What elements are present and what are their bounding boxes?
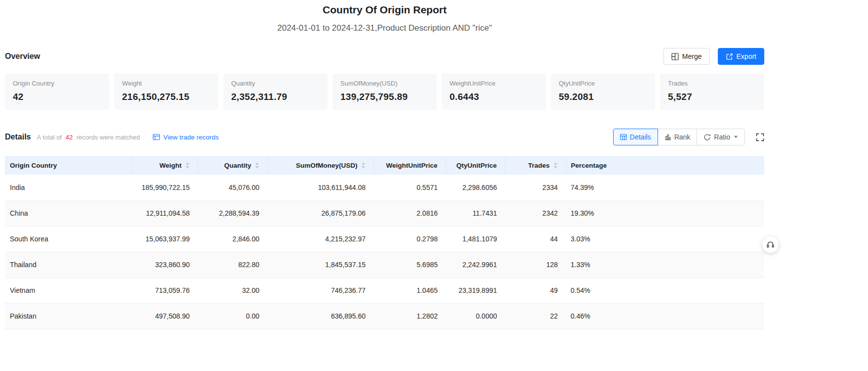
sort-icon[interactable] (553, 162, 558, 169)
table-header-row: Origin CountryWeightQuantitySumOfMoney(U… (5, 156, 764, 175)
ratio-view-icon (703, 134, 711, 141)
details-table: Origin CountryWeightQuantitySumOfMoney(U… (5, 156, 764, 329)
value-cell: 822.80 (198, 252, 267, 278)
value-cell: 2342 (505, 200, 566, 226)
value-cell: 2,846.00 (198, 226, 267, 252)
card-label: SumOfMoney(USD) (340, 80, 429, 87)
value-cell: 45,076.00 (198, 175, 267, 200)
view-toggle-rank[interactable]: Rank (658, 129, 698, 145)
fullscreen-button[interactable] (756, 133, 764, 141)
value-cell: 1.33% (566, 252, 764, 278)
value-cell: 74.39% (566, 175, 764, 200)
value-cell: 713,059.76 (132, 278, 198, 303)
card-value: 2,352,311.79 (231, 92, 320, 102)
value-cell: 185,990,722.15 (132, 175, 198, 200)
matched-prefix: A total of (37, 134, 62, 141)
value-cell: 19.30% (566, 200, 764, 226)
card-label: WeightUnitPrice (450, 80, 538, 87)
column-header-label: Weight (160, 162, 182, 169)
view-trade-records-label: View trade records (163, 134, 218, 141)
matched-suffix: records were matched (77, 134, 140, 141)
column-header[interactable]: Weight (132, 156, 198, 175)
view-toggle-details-label: Details (630, 133, 651, 141)
view-toggle-rank-label: Rank (674, 133, 691, 141)
value-cell: 746,236.77 (267, 278, 373, 303)
value-cell: 2334 (505, 175, 566, 200)
table-row[interactable]: Pakistan497,508.900.00636,895.601.28020.… (5, 303, 764, 329)
details-section-title: Details (5, 133, 31, 141)
sort-icon[interactable] (185, 162, 190, 169)
overview-actions: Merge Export (663, 48, 764, 65)
overview-bar: Overview Merge Export (5, 48, 764, 65)
country-cell: China (5, 200, 132, 226)
value-cell: 22 (505, 303, 566, 329)
column-header-label: QtyUnitPrice (456, 162, 497, 169)
report-header: Country Of Origin Report 2024-01-01 to 2… (5, 0, 764, 33)
value-cell: 32.00 (198, 278, 267, 303)
value-cell: 4,215,232.97 (267, 226, 373, 252)
view-toggle-ratio[interactable]: Ratio (697, 129, 745, 145)
report-page: Country Of Origin Report 2024-01-01 to 2… (0, 0, 769, 329)
column-header: QtyUnitPrice (446, 156, 505, 175)
sort-icon[interactable] (255, 162, 259, 169)
sort-icon[interactable] (361, 162, 366, 169)
country-cell: India (5, 175, 132, 200)
value-cell: 5.6985 (373, 252, 446, 278)
value-cell: 1.0465 (373, 278, 446, 303)
value-cell: 103,611,944.08 (267, 175, 373, 200)
column-header[interactable]: Quantity (198, 156, 267, 175)
value-cell: 0.46% (566, 303, 764, 329)
merge-button-label: Merge (682, 52, 702, 60)
value-cell: 1,481.1079 (446, 226, 505, 252)
card-value: 5,527 (668, 92, 756, 102)
column-header[interactable]: SumOfMoney(USD) (267, 156, 373, 175)
overview-card: Trades 5,527 (660, 73, 764, 110)
column-header-label: Trades (528, 162, 550, 169)
column-header[interactable]: Trades (505, 156, 566, 175)
table-row[interactable]: South Korea15,063,937.992,846.004,215,23… (5, 226, 764, 252)
country-cell: Thailand (5, 252, 132, 278)
value-cell: 0.5571 (373, 175, 446, 200)
overview-card: WeightUnitPrice 0.6443 (442, 73, 546, 110)
report-subtitle: 2024-01-01 to 2024-12-31,Product Descrip… (5, 23, 764, 33)
headset-icon (766, 240, 775, 249)
value-cell: 2,288,594.39 (198, 200, 267, 226)
overview-card: Weight 216,150,275.15 (114, 73, 218, 110)
value-cell: 0.00 (198, 303, 267, 329)
card-label: Quantity (231, 80, 320, 87)
merge-icon (671, 53, 679, 60)
card-value: 59.2081 (559, 92, 647, 102)
export-button[interactable]: Export (718, 48, 764, 65)
view-toggle-details[interactable]: Details (613, 129, 658, 145)
details-view-icon (620, 134, 627, 140)
page-title: Country Of Origin Report (5, 0, 764, 16)
overview-card: Origin Country 42 (5, 73, 109, 110)
export-button-label: Export (737, 52, 756, 60)
column-header-label: SumOfMoney(USD) (296, 162, 358, 169)
view-toggle-group: Details Rank Ratio (613, 129, 745, 145)
value-cell: 0.54% (566, 278, 764, 303)
table-row[interactable]: Thailand323,860.90822.801,845,537.155.69… (5, 252, 764, 278)
card-label: QtyUnitPrice (559, 80, 647, 87)
overview-section-title: Overview (5, 52, 40, 61)
table-row[interactable]: Vietnam713,059.7632.00746,236.771.046523… (5, 278, 764, 303)
value-cell: 2,242.9961 (446, 252, 505, 278)
value-cell: 1.2802 (373, 303, 446, 329)
value-cell: 636,895.60 (267, 303, 373, 329)
table-row[interactable]: India185,990,722.1545,076.00103,611,944.… (5, 175, 764, 200)
merge-button[interactable]: Merge (663, 48, 710, 65)
table-row[interactable]: China12,911,094.582,288,594.3926,875,179… (5, 200, 764, 226)
table-body: India185,990,722.1545,076.00103,611,944.… (5, 175, 764, 329)
overview-card: QtyUnitPrice 59.2081 (551, 73, 655, 110)
export-icon (726, 53, 733, 60)
country-cell: Vietnam (5, 278, 132, 303)
overview-cards: Origin Country 42 Weight 216,150,275.15 … (5, 73, 764, 110)
card-value: 139,275,795.89 (340, 92, 429, 102)
matched-summary: A total of 42 records were matched (37, 134, 140, 141)
view-trade-records-link[interactable]: View trade records (153, 134, 218, 141)
support-float-button[interactable] (762, 236, 779, 253)
card-label: Weight (122, 80, 210, 87)
column-header: Origin Country (5, 156, 132, 175)
value-cell: 49 (505, 278, 566, 303)
overview-card: Quantity 2,352,311.79 (223, 73, 328, 110)
